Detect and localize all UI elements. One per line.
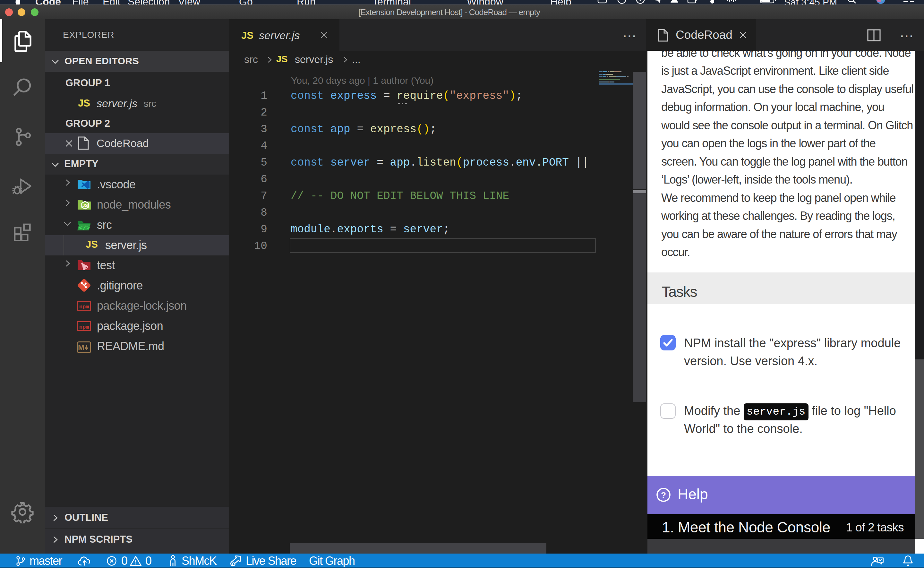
svg-text:</>: </> [79,225,90,232]
svg-text:JS: JS [83,203,88,208]
svg-text:npm: npm [79,324,89,330]
svg-text:npm: npm [79,304,89,310]
svg-text:?: ? [661,490,666,500]
svg-text:M: M [78,343,84,352]
